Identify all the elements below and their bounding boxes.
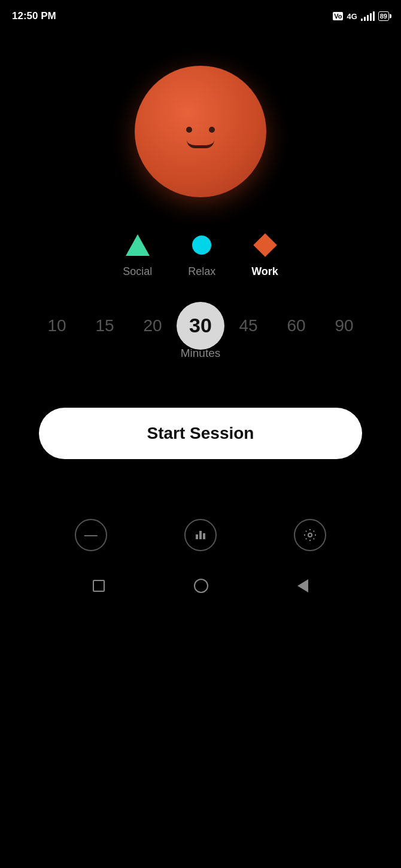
social-icon — [126, 233, 150, 257]
social-label: Social — [123, 265, 152, 278]
volte-label: Vo — [333, 12, 343, 20]
battery-level: 89 — [380, 13, 387, 20]
signal-bars — [361, 11, 375, 21]
mode-social[interactable]: Social — [123, 233, 152, 278]
back-arrow-icon — [297, 579, 308, 592]
work-label: Work — [251, 265, 278, 278]
mascot — [135, 66, 266, 197]
signal-bar-2 — [364, 17, 366, 21]
minute-45[interactable]: 45 — [224, 316, 272, 335]
gear-icon — [303, 528, 317, 542]
minute-picker[interactable]: 10 15 20 30 45 60 90 — [0, 314, 401, 337]
minute-10[interactable]: 10 — [33, 316, 81, 335]
battery-icon: 89 — [378, 11, 389, 21]
status-right: Vo 4G 89 — [333, 11, 389, 21]
signal-bar-5 — [373, 11, 375, 21]
circle-icon — [194, 579, 208, 593]
relax-icon — [190, 233, 214, 257]
mascot-body — [135, 66, 266, 197]
minute-picker-container: 10 15 20 30 45 60 90 Minutes — [0, 314, 401, 408]
circle-shape — [192, 236, 211, 255]
status-bar: 12:50 PM Vo 4G 89 — [0, 0, 401, 30]
start-session-button[interactable]: Start Session — [39, 408, 362, 459]
mode-selector: Social Relax Work — [0, 233, 401, 278]
minute-90[interactable]: 90 — [320, 316, 368, 335]
stats-icon — [196, 531, 205, 539]
square-icon — [93, 580, 105, 592]
mascot-mouth — [187, 140, 214, 148]
mode-relax[interactable]: Relax — [188, 233, 215, 278]
sessions-icon: — — [84, 527, 98, 543]
svg-point-0 — [308, 533, 312, 537]
signal-bar-4 — [370, 13, 372, 21]
status-time: 12:50 PM — [12, 10, 56, 22]
back-button[interactable] — [297, 579, 308, 592]
network-label: 4G — [347, 12, 357, 21]
sessions-nav-button[interactable]: — — [75, 519, 107, 551]
mascot-eyes — [186, 127, 215, 133]
mascot-eye-left — [186, 127, 192, 133]
work-icon — [253, 233, 277, 257]
triangle-shape — [126, 234, 150, 256]
signal-bar-1 — [361, 19, 363, 21]
relax-label: Relax — [188, 265, 215, 278]
minute-20[interactable]: 20 — [129, 316, 177, 335]
mascot-container — [0, 66, 401, 197]
diamond-shape — [253, 233, 277, 257]
minute-30[interactable]: 30 — [177, 314, 224, 337]
system-nav — [0, 569, 401, 603]
mascot-face — [186, 127, 215, 148]
minute-60[interactable]: 60 — [272, 316, 320, 335]
bottom-nav: — — [0, 507, 401, 563]
signal-bar-3 — [367, 15, 369, 21]
home-button[interactable] — [194, 579, 208, 593]
mascot-eye-right — [209, 127, 215, 133]
settings-nav-button[interactable] — [294, 519, 326, 551]
minute-15[interactable]: 15 — [81, 316, 129, 335]
stats-nav-button[interactable] — [184, 519, 217, 551]
mode-work[interactable]: Work — [251, 233, 278, 278]
recent-apps-button[interactable] — [93, 580, 105, 592]
